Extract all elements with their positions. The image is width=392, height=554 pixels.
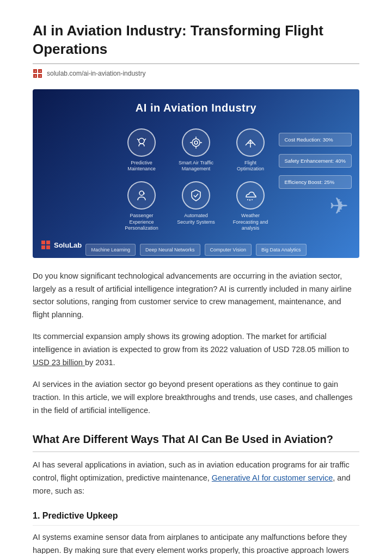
hero-icon-label-maintenance: Predictive Maintenance (122, 160, 161, 173)
svg-rect-14 (41, 245, 45, 249)
svg-point-11 (139, 191, 144, 195)
generative-ai-link[interactable]: Generative AI for customer service (212, 473, 333, 482)
hero-icon-passenger: Passenger Experience Personalization (122, 181, 161, 232)
sub1-text: AI systems examine sensor data from airp… (33, 531, 359, 554)
title-divider (33, 63, 359, 64)
section-heading-1: What Are Different Ways That AI Can Be U… (33, 430, 359, 452)
hero-tech-bar: Machine Learning Deep Neural Networks Co… (85, 244, 306, 256)
hero-icon-flight: Flight Optimization (231, 128, 270, 173)
tech-tag-ml: Machine Learning (85, 244, 136, 256)
hero-icon-weather: Weather Forecasting and analysis (231, 181, 270, 232)
svg-rect-7 (40, 76, 41, 77)
sub-heading-1: 1. Predictive Upkeep (33, 509, 359, 526)
svg-rect-15 (46, 245, 50, 249)
usd-link[interactable]: USD 23 billion (33, 358, 85, 367)
svg-rect-4 (35, 71, 36, 72)
airplane-icon: ✈ (329, 188, 348, 225)
stat-safety: Safety Enhancement: 40% (279, 154, 352, 168)
stat-efficiency: Efficiency Boost: 25% (279, 175, 352, 189)
svg-rect-13 (46, 241, 50, 244)
tech-tag-cv: Computer Vision (205, 244, 252, 256)
svg-rect-5 (40, 71, 41, 72)
hero-icon-maintenance: Predictive Maintenance (122, 128, 161, 173)
hero-logo: SoluLab (41, 240, 82, 251)
hero-icon-label-passenger: Passenger Experience Personalization (122, 213, 161, 232)
hero-icon-label-traffic: Smart Air Traffic Management (176, 160, 216, 173)
hero-banner: AI in Aviation Industry Predictive Maint… (33, 89, 359, 258)
hero-icon-security: Automated Security Systems (176, 181, 216, 232)
tech-tag-dnn: Deep Neural Networks (140, 244, 200, 256)
svg-rect-12 (41, 241, 45, 244)
source-bar: solulab.com/ai-in-aviation-industry (33, 69, 359, 79)
section1-intro: AI has several applications in aviation,… (33, 459, 359, 498)
solulab-logo-icon (41, 241, 51, 250)
svg-point-9 (192, 139, 200, 146)
svg-rect-6 (35, 76, 36, 77)
hero-icon-traffic: Smart Air Traffic Management (176, 128, 216, 173)
hero-logo-text: SoluLab (54, 240, 82, 251)
paragraph-3: AI services in the aviation sector go be… (33, 378, 359, 417)
paragraph-1: Do you know significant technological ad… (33, 270, 359, 322)
paragraph-2: Its commercial expansion amply shows its… (33, 330, 359, 370)
page-title: AI in Aviation Industry: Transforming Fl… (33, 22, 359, 59)
hero-icon-label-flight: Flight Optimization (231, 160, 270, 173)
source-url: solulab.com/ai-in-aviation-industry (47, 69, 145, 79)
svg-point-8 (139, 138, 144, 144)
hero-icon-label-security: Automated Security Systems (176, 213, 216, 225)
hero-stats: Cost Reduction: 30% Safety Enhancement: … (279, 133, 352, 189)
tech-tag-bda: Big Data Analytics (256, 244, 307, 256)
svg-point-10 (194, 141, 198, 144)
hero-icon-label-weather: Weather Forecasting and analysis (231, 213, 270, 232)
stat-cost: Cost Reduction: 30% (279, 133, 352, 146)
hero-title: AI in Aviation Industry (136, 99, 256, 116)
solulab-icon (33, 69, 44, 79)
